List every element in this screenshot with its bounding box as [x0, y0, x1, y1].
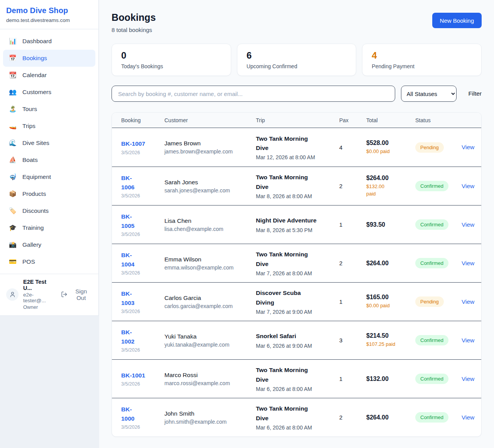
trip-name: Two Tank Morning Dive [256, 404, 339, 423]
customer-name: Marco Rossi [164, 372, 256, 379]
stat-card-pending-payment: 4 Pending Payment [362, 44, 482, 76]
booking-date: 3/5/2026 [121, 270, 164, 276]
user-icon [9, 291, 16, 298]
trip-date: Mar 8, 2026 at 5:30 PM [256, 227, 339, 233]
booking-id-link[interactable]: BK-1001 [121, 371, 164, 380]
table-body: BK-1007 3/5/2026 James Brown james.brown… [112, 128, 481, 436]
new-booking-button[interactable]: New Booking [432, 13, 482, 28]
stat-value: 6 [247, 50, 347, 61]
booking-date: 3/5/2026 [121, 193, 164, 199]
trip-date: Mar 7, 2026 at 9:00 AM [256, 309, 339, 315]
status-filter-select[interactable]: All Statuses [401, 86, 457, 102]
view-link[interactable]: View [462, 414, 474, 421]
trip-name: Two Tank Morning Dive [256, 134, 339, 153]
pax-value: 3 [339, 337, 366, 344]
dive-sites-icon: 🌊 [9, 140, 17, 146]
sidebar-item-tours[interactable]: 🏝️ Tours [3, 101, 95, 118]
status-badge: Confirmed [415, 219, 448, 230]
pax-value: 2 [339, 414, 366, 421]
booking-id-link[interactable]: BK- 1002 [121, 328, 164, 346]
stat-label: Pending Payment [372, 63, 472, 69]
brand: Demo Dive Shop demo.test.divestreams.com [0, 0, 98, 29]
sidebar-item-discounts[interactable]: 🏷️ Discounts [3, 202, 95, 219]
view-link[interactable]: View [462, 298, 474, 305]
sidebar-nav: 📊 Dashboard 📅 Bookings 📆 Calendar 👥 Cust… [0, 29, 98, 274]
sidebar-item-calendar[interactable]: 📆 Calendar [3, 67, 95, 84]
customer-name: Yuki Tanaka [164, 333, 256, 340]
booking-id-link[interactable]: BK- 1000 [121, 405, 164, 423]
sidebar-item-equipment[interactable]: 🤿 Equipment [3, 168, 95, 185]
trip-name: Discover Scuba Diving [256, 288, 339, 307]
filter-row: All Statuses Filter [112, 86, 482, 102]
status-badge: Confirmed [415, 374, 448, 384]
bookings-table: BookingCustomerTripPaxTotalStatus BK-100… [112, 112, 482, 437]
trip-name: Two Tank Morning Dive [256, 250, 339, 268]
page-header: Bookings 8 total bookings New Booking [112, 12, 482, 33]
sidebar-item-dashboard[interactable]: 📊 Dashboard [3, 33, 95, 50]
sidebar-item-training[interactable]: 🎓 Training [3, 219, 95, 236]
customer-name: Lisa Chen [164, 217, 256, 224]
table-row: BK-1007 3/5/2026 James Brown james.brown… [112, 128, 481, 167]
sidebar-item-pos[interactable]: 💳 POS [3, 253, 95, 270]
booking-id-link[interactable]: BK- 1004 [121, 251, 164, 269]
calendar-icon: 📆 [9, 72, 17, 78]
sidebar-item-customers[interactable]: 👥 Customers [3, 84, 95, 101]
table-row: BK- 1002 3/5/2026 Yuki Tanaka yuki.tanak… [112, 321, 481, 359]
search-input[interactable] [112, 86, 395, 102]
sidebar-item-gallery[interactable]: 📸 Gallery [3, 236, 95, 253]
view-link[interactable]: View [462, 144, 474, 150]
view-link[interactable]: View [462, 260, 474, 266]
main-content: Bookings 8 total bookings New Booking 0 … [99, 0, 494, 448]
view-link[interactable]: View [462, 337, 474, 344]
pax-value: 2 [339, 183, 366, 189]
sidebar-item-products[interactable]: 📦 Products [3, 185, 95, 202]
view-link[interactable]: View [462, 183, 474, 189]
column-header-trip: Trip [256, 117, 339, 123]
pax-value: 1 [339, 221, 366, 228]
sidebar-item-boats[interactable]: ⛵ Boats [3, 152, 95, 168]
customer-name: Sarah Jones [164, 179, 256, 186]
filter-button[interactable]: Filter [469, 90, 482, 97]
customer-email: emma.wilson@example.com [164, 264, 256, 271]
customer-name: Carlos Garcia [164, 295, 256, 301]
brand-name: Demo Dive Shop [6, 6, 92, 15]
trips-icon: 🚤 [9, 123, 17, 129]
view-link[interactable]: View [462, 376, 474, 382]
user-info: E2E Test U... e2e-tester@... Owner [23, 279, 56, 310]
booking-id-link[interactable]: BK- 1005 [121, 212, 164, 231]
status-badge: Confirmed [415, 258, 448, 268]
pax-value: 1 [339, 376, 366, 382]
sign-out-button[interactable]: Sign Out [61, 288, 92, 301]
pos-icon: 💳 [9, 259, 17, 265]
stat-label: Today's Bookings [121, 63, 222, 69]
total-amount: $214.50 [366, 332, 415, 339]
trip-date: Mar 7, 2026 at 8:00 AM [256, 270, 339, 276]
status-badge: Confirmed [415, 335, 448, 345]
column-header-pax: Pax [339, 117, 366, 123]
trip-date: Mar 6, 2026 at 8:00 AM [256, 386, 339, 392]
customer-email: carlos.garcia@example.com [164, 303, 256, 309]
total-paid: $0.00 paid [366, 148, 415, 155]
sidebar-item-dive-sites[interactable]: 🌊 Dive Sites [3, 135, 95, 152]
customer-email: james.brown@example.com [164, 148, 256, 155]
booking-date: 3/5/2026 [121, 381, 164, 387]
booking-id-link[interactable]: BK- 1003 [121, 289, 164, 308]
customers-icon: 👥 [9, 89, 17, 95]
table-row: BK- 1006 3/5/2026 Sarah Jones sarah.jone… [112, 167, 481, 205]
booking-id-link[interactable]: BK-1007 [121, 139, 164, 148]
booking-date: 3/5/2026 [121, 150, 164, 155]
sidebar-item-bookings[interactable]: 📅 Bookings [3, 50, 95, 67]
booking-id-link[interactable]: BK- 1006 [121, 173, 164, 192]
trip-name: Two Tank Morning Dive [256, 365, 339, 384]
pax-value: 1 [339, 298, 366, 305]
booking-date: 3/5/2026 [121, 232, 164, 237]
view-link[interactable]: View [462, 221, 474, 228]
table-row: BK- 1005 3/5/2026 Lisa Chen lisa.chen@ex… [112, 205, 481, 244]
table-row: BK- 1000 3/5/2026 John Smith john.smith@… [112, 398, 481, 436]
sidebar-item-trips[interactable]: 🚤 Trips [3, 118, 95, 135]
customer-name: James Brown [164, 140, 256, 147]
user-name: E2E Test U... [23, 279, 56, 291]
customer-email: john.smith@example.com [164, 419, 256, 425]
table-row: BK-1001 3/5/2026 Marco Rossi marco.rossi… [112, 359, 481, 398]
booking-date: 3/5/2026 [121, 309, 164, 314]
